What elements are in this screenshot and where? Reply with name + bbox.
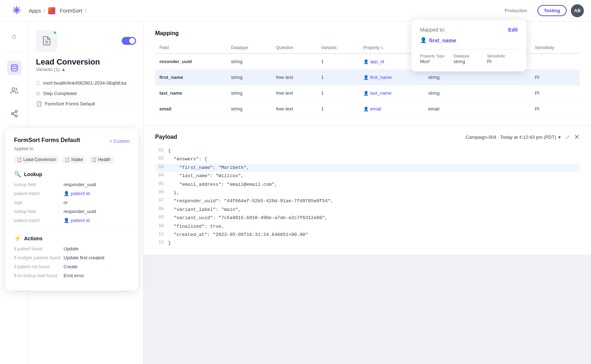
code-line-7: 07 "responder_uuid": "44f664ef-52b5-420d…	[155, 197, 580, 205]
code-line-2: 02 "answers": {	[155, 155, 580, 163]
code-line-8: 08 "variant_label": "main",	[155, 205, 580, 214]
link-item-0[interactable]: ⬡ morf.health/link4562901-2034-08ajfdl;k…	[36, 78, 136, 88]
col-sensitivity: Sensitivity	[531, 42, 580, 53]
lookup-field-0: lookup field responder_uuid	[14, 182, 130, 187]
payload-controls: Campaign-004 · Today at 4:12:43 pm (PDT)…	[466, 133, 580, 141]
sidebar-users[interactable]	[7, 84, 22, 98]
col-field: Field	[155, 42, 227, 53]
svg-line-5	[13, 114, 15, 115]
col-variants: Variants	[317, 42, 359, 53]
sidebar-database[interactable]	[7, 61, 22, 75]
tag-icon-health: 📋	[92, 157, 97, 162]
toggle-switch[interactable]	[122, 37, 136, 45]
payload-selector[interactable]: Campaign-004 · Today at 4:12:43 pm (PDT)…	[466, 134, 561, 140]
mapped-prop-1: Datatype string	[453, 54, 484, 64]
mapped-header: Mapped to: Edit	[420, 27, 518, 33]
payload-title: Payload	[155, 134, 177, 140]
sidebar-home[interactable]: ⌂	[7, 29, 22, 43]
code-line-12: 12 }	[155, 239, 580, 247]
lookup-icon: 🔍	[14, 171, 21, 178]
toggle-knob	[129, 38, 135, 44]
form-icon: 📋	[36, 101, 42, 107]
table-row[interactable]: last_name string free text 1 👤 last_name…	[155, 85, 580, 101]
patient-icon-1: 👤	[64, 191, 69, 196]
dt-resonder: string	[227, 53, 272, 70]
production-env-button[interactable]: Production	[499, 5, 533, 16]
link-item-2[interactable]: 📋 FormSort Forms Default	[36, 99, 136, 109]
code-line-3: 03 "first_name": "Maribeth",	[155, 164, 580, 172]
field-firstname: first_name	[155, 70, 227, 85]
formsort-icon	[48, 7, 55, 14]
testing-env-button[interactable]: Testing	[538, 5, 567, 16]
table-row[interactable]: first_name string free text 1 👤 first_na…	[155, 70, 580, 85]
field-email: email	[155, 101, 227, 117]
code-line-6: 06 },	[155, 189, 580, 197]
link-item-1[interactable]: ◎ Step Completed	[36, 88, 136, 99]
actions-section-header: ⚡ Actions	[14, 235, 130, 242]
pt-firstname: string	[424, 70, 485, 85]
action-field-3: if no lookup field found Emit error	[14, 273, 130, 278]
pt-email: email	[424, 101, 485, 117]
payload-header: Payload Campaign-004 · Today at 4:12:43 …	[155, 133, 580, 141]
action-field-0: if patient found Update	[14, 246, 130, 251]
expand-icon[interactable]: ⤢	[565, 134, 570, 141]
edit-button[interactable]: Edit	[508, 27, 518, 33]
mapped-prop-2: Sensitivity PI	[487, 54, 518, 64]
lookup-field-2: logic or	[14, 200, 130, 205]
breadcrumb-formsort[interactable]: FormSort	[60, 8, 82, 14]
v-firstname: 1	[317, 70, 359, 85]
section-divider	[14, 229, 130, 229]
prop-email: 👤 email	[359, 101, 424, 117]
tag-health[interactable]: 📋 Health	[89, 156, 113, 164]
code-line-9: 09 "variant_uuid": "7c5a9815-b910-490e-a…	[155, 214, 580, 222]
tag-lead[interactable]: 📋 Lead-Conversion	[14, 156, 59, 164]
default-card: FormSort Forms Default + Custom Applied …	[5, 128, 138, 290]
mapped-name: 👤 first_name	[420, 37, 518, 43]
link-text: morf.health/link4562901-2034-08ajfdl;ka	[43, 80, 126, 86]
col-datatype: Datatype	[227, 42, 272, 53]
applied-tags: 📋 Lead-Conversion 📋 Intake 📋 Health	[14, 156, 130, 164]
lookup-field-3: lookup field responder_uuid	[14, 209, 130, 214]
table-row[interactable]: email string free text 1 👤 email email P…	[155, 101, 580, 117]
v-lastname: 1	[317, 85, 359, 101]
actions-icon: ⚡	[14, 235, 21, 242]
prop-firstname: 👤 first_name	[359, 70, 424, 85]
form-text: FormSort Forms Default	[45, 101, 95, 107]
logo[interactable]: ✳	[7, 5, 25, 16]
sens-firstname: PI	[531, 70, 580, 85]
sidebar-connect[interactable]	[7, 107, 22, 121]
svg-point-2	[15, 110, 17, 113]
applied-to-label: Applied to:	[14, 146, 130, 151]
field-lastname: last_name	[155, 85, 227, 101]
action-field-1: if multiple patients found Update first …	[14, 255, 130, 260]
prop-lastname: 👤 last_name	[359, 85, 424, 101]
main-content: Mapping Field Datatype Question Variants…	[144, 22, 591, 364]
patient-icon-2: 👤	[64, 218, 69, 223]
avatar[interactable]: AB	[571, 4, 584, 17]
variants-label[interactable]: Variants (1) ▲	[36, 67, 136, 72]
doc-icon-wrapper	[36, 30, 57, 52]
code-block: 01 { 02 "answers": { 03 "first_name": "M…	[155, 147, 580, 247]
dt2-lastname	[485, 85, 531, 101]
dt-firstname: string	[227, 70, 272, 85]
logo-asterisk: ✳	[12, 5, 20, 16]
code-line-5: 05 "email_address": "email@email.com",	[155, 180, 580, 189]
card-title: FormSort Forms Default	[14, 137, 80, 143]
close-icon[interactable]: ✕	[574, 133, 580, 141]
action-field-2: if patient not found Create	[14, 264, 130, 269]
tag-intake[interactable]: 📋 Intake	[62, 156, 86, 164]
sidebar-divider-1	[7, 52, 22, 52]
step-text: Step Completed	[43, 91, 76, 96]
dt-email: string	[227, 101, 272, 117]
custom-button[interactable]: + Custom	[110, 138, 130, 144]
v-resonder: 1	[317, 53, 359, 70]
mapped-popup: Mapped to: Edit 👤 first_name Property Ty…	[411, 20, 526, 71]
person-icon: 👤	[420, 37, 427, 43]
mapped-prop-0: Property Type Morf	[420, 54, 451, 64]
pt-lastname: string	[424, 85, 485, 101]
svg-point-1	[12, 88, 14, 90]
v-email: 1	[317, 101, 359, 117]
breadcrumb-apps[interactable]: Apps	[29, 8, 41, 14]
dt-lastname: string	[227, 85, 272, 101]
popup-divider	[420, 49, 518, 49]
